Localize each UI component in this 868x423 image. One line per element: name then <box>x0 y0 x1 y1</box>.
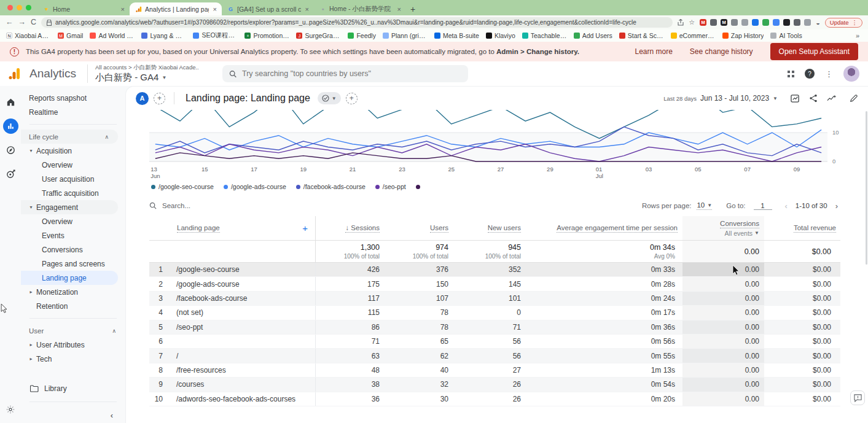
table-search[interactable]: Search... <box>149 202 190 209</box>
bookmark-zap-history[interactable]: Zap History <box>722 32 764 39</box>
sidebar-item-retention[interactable]: Retention <box>21 299 125 313</box>
chrome-update-button[interactable]: Update ⋮ <box>825 18 862 28</box>
sidebar-item-life-cycle[interactable]: Life cycle∧ <box>21 130 118 144</box>
account-switcher[interactable]: All accounts > 小白新势 Xiaobai Acade.. 小白新势… <box>87 64 199 83</box>
blue-extension-icon[interactable] <box>752 19 759 26</box>
legend-item[interactable]: /facebook-ads-course <box>296 183 366 190</box>
table-row[interactable]: 8/free-resources4840271m 13s0.00$0.00 <box>149 363 840 378</box>
table-row[interactable]: 10/adwords-seo-facebook-ads-courses36302… <box>149 392 840 406</box>
bookmarks-overflow-icon[interactable]: » <box>856 32 862 39</box>
bookmark-seo-go[interactable]: SEO课程大纲 - Go... <box>193 31 238 40</box>
close-window-icon[interactable] <box>7 5 13 10</box>
maximize-window-icon[interactable] <box>26 5 31 10</box>
sidebar-item-user-attributes[interactable]: ▸User Attributes <box>21 338 125 352</box>
bookmark-ai-tools[interactable]: AI Tools <box>770 32 802 39</box>
share-icon[interactable] <box>809 94 818 103</box>
open-setup-assistant-button[interactable]: Open Setup Assistant <box>770 43 858 60</box>
column-header-landing-page[interactable]: Landing page <box>177 224 220 233</box>
reports-icon[interactable] <box>3 118 18 134</box>
tab-close-icon[interactable]: × <box>212 6 218 13</box>
edit-report-icon[interactable] <box>850 94 858 103</box>
bookmark-star-icon[interactable]: ☆ <box>689 18 695 26</box>
browser-tab-home[interactable]: ●Home - 小白新势学院× <box>314 2 406 15</box>
back-icon[interactable]: ← <box>6 18 14 26</box>
sidebar-item-overview[interactable]: Overview <box>21 214 125 228</box>
bookmark-lyang-co-outl[interactable]: Lyang & Co. - Outl... <box>141 32 186 39</box>
search-bar[interactable] <box>222 65 468 82</box>
sidebar-item-engagement[interactable]: ▾Engagement <box>21 200 118 214</box>
address-bar[interactable]: analytics.google.com/analytics/web/?auth… <box>41 17 673 28</box>
bookmark-gmail[interactable]: MGmail <box>58 32 83 39</box>
legend-item[interactable]: /google-seo-course <box>151 183 214 190</box>
table-row[interactable]: 9/courses3832260m 54s0.00$0.00 <box>149 378 840 392</box>
pen-extension-icon[interactable] <box>710 19 717 26</box>
google-apps-icon[interactable] <box>788 71 794 77</box>
bookmark-xiaobai-academy[interactable]: NXiaobai Academy <box>6 32 51 39</box>
column-header-users[interactable]: Users <box>430 224 448 233</box>
legend-item[interactable]: /google-ads-course <box>224 183 286 190</box>
tab-close-icon[interactable]: × <box>396 6 402 13</box>
previous-page-icon[interactable]: ‹ <box>783 201 790 211</box>
expand-arrow-icon[interactable]: ▾ <box>27 148 35 153</box>
learn-more-link[interactable]: Learn more <box>635 47 672 56</box>
admin-gear-icon[interactable] <box>3 402 18 417</box>
sidebar-item-conversions[interactable]: Conversions <box>21 243 125 257</box>
sidebar-item-events[interactable]: Events <box>21 228 125 243</box>
conversions-event-filter[interactable]: All events▼ <box>725 230 759 237</box>
sidebar-item-user-acquisition[interactable]: User acquisition <box>21 172 125 186</box>
table-row[interactable]: 5/seo-ppt8678710m 36s0.00$0.00 <box>149 320 840 335</box>
column-header-total-revenue[interactable]: Total revenue <box>794 224 836 233</box>
bookmark-ecommerce-case[interactable]: eCommerce Case... <box>671 32 716 39</box>
bookmark-ad-world-2022[interactable]: Ad World 2022 <box>90 32 135 39</box>
see-change-history-link[interactable]: See change history <box>690 47 753 56</box>
column-header-new-users[interactable]: New users <box>488 224 521 233</box>
table-row[interactable]: 3/facebook-ads-course1171071010m 24s0.00… <box>149 292 840 306</box>
tab-close-icon[interactable]: × <box>120 6 126 13</box>
sidebar-item-acquisition[interactable]: ▾Acquisition <box>21 144 125 158</box>
green-extension-icon[interactable] <box>762 19 769 26</box>
profile-switcher-icon[interactable]: ◒ <box>816 19 820 26</box>
sidebar-item-traffic-acquisition[interactable]: Traffic acquisition <box>21 186 125 200</box>
help-icon[interactable]: ? <box>805 69 815 79</box>
gmail-extension-icon[interactable]: M <box>700 19 706 26</box>
bookmark-promotional-calen[interactable]: +Promotional Calen... <box>244 32 289 39</box>
bookmark-klaviyo[interactable]: Klaviyo <box>486 32 515 39</box>
sidebar-item-reports-snapshot[interactable]: Reports snapshot <box>21 91 125 105</box>
search-input[interactable] <box>242 69 461 78</box>
forward-icon[interactable]: → <box>18 18 26 26</box>
sidebar-item-pages-and-screens[interactable]: Pages and screens <box>21 257 125 271</box>
reload-icon[interactable]: C <box>31 18 36 26</box>
go-to-input[interactable]: 1 <box>754 202 772 210</box>
lightblue-extension-icon[interactable] <box>773 19 780 26</box>
update-kebab-icon[interactable]: ⋮ <box>852 19 858 26</box>
grey-extension-icon[interactable] <box>741 19 748 26</box>
sidebar-item-monetization[interactable]: ▸Monetization <box>21 285 125 299</box>
tab-close-icon[interactable]: × <box>304 6 310 13</box>
expand-arrow-icon[interactable]: ▸ <box>27 356 35 362</box>
expand-arrow-icon[interactable]: ▾ <box>27 204 35 210</box>
rows-per-page-select[interactable]: 10▼ <box>697 201 712 210</box>
home-icon[interactable] <box>3 95 18 110</box>
sidebar-item-tech[interactable]: ▸Tech <box>21 352 125 366</box>
avatar[interactable] <box>843 66 859 82</box>
chart-plot-area[interactable] <box>149 110 827 164</box>
bookmark-teachable-admin[interactable]: Teachable Admin <box>522 32 567 39</box>
date-range-picker[interactable]: Last 28 days Jun 13 - Jul 10, 2023 ▼ <box>663 94 778 103</box>
comparison-icon[interactable] <box>791 94 800 103</box>
bookmark-feedly[interactable]: Feedly <box>348 32 376 39</box>
meet-extension-icon[interactable] <box>804 19 811 26</box>
column-header-sessions[interactable]: ↓ Sessions <box>345 224 380 233</box>
expand-arrow-icon[interactable]: ▸ <box>27 289 35 295</box>
bookmark-surgegraph-premi[interactable]: JSurgeGraph Premi... <box>296 32 341 39</box>
table-row[interactable]: 7/6362560m 55s0.00$0.00 <box>149 349 840 363</box>
browser-tab-ga4-set-up-a-scroll-[interactable]: G[GA4] Set up a scroll conversio× <box>222 2 314 15</box>
browser-tab-home[interactable]: ♥Home× <box>37 2 130 15</box>
sidebar-item-realtime[interactable]: Realtime <box>21 105 125 119</box>
advertising-icon[interactable] <box>3 166 18 182</box>
collapse-chevron-icon[interactable]: ∧ <box>104 134 109 140</box>
share-page-icon[interactable] <box>678 19 684 26</box>
next-page-icon[interactable]: › <box>833 201 840 211</box>
segment-chip[interactable]: A <box>136 92 149 105</box>
sidebar-item-overview[interactable]: Overview <box>21 158 125 172</box>
column-header-avg-engagement[interactable]: Average engagement time per session <box>557 224 678 233</box>
